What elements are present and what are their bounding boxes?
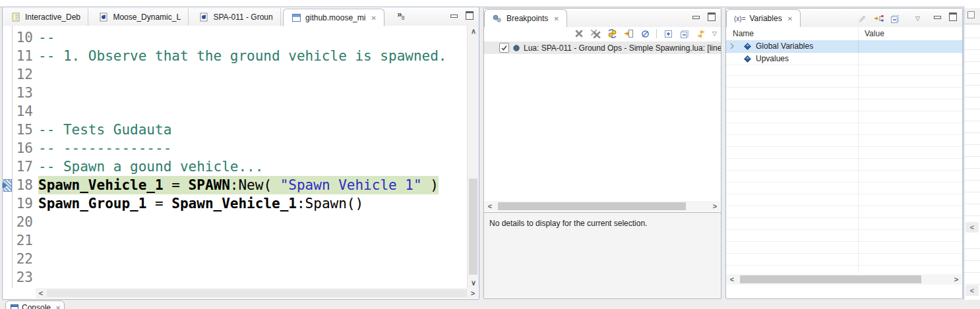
code-text: -- Spawn a gound vehicle... (38, 157, 263, 176)
minimize-icon[interactable] (934, 16, 941, 19)
variables-tabbar: (x)= Variables ✕ ▽ (726, 9, 962, 27)
eclipse-workbench: Interactive_Deb Moose_Dynamic_L SPA-011 … (0, 0, 980, 309)
maximize-icon[interactable] (949, 13, 957, 21)
code-text: -- ------------- (38, 139, 171, 157)
variable-diamond-icon (744, 43, 751, 50)
tab-interactive-deb[interactable]: Interactive_Deb (3, 8, 88, 26)
close-icon[interactable]: ✕ (55, 304, 61, 309)
minimize-icon[interactable] (450, 14, 458, 18)
tab-spa-011[interactable]: SPA-011 - Groun (191, 8, 280, 26)
scroll-left-icon[interactable]: < (485, 201, 495, 211)
maximize-icon[interactable] (466, 11, 474, 20)
column-divider[interactable] (858, 27, 859, 273)
variable-diamond-icon (744, 55, 751, 63)
scrollbar-thumb[interactable] (740, 275, 921, 283)
view-menu-icon[interactable]: ▽ (712, 30, 717, 37)
variables-rows: Global VariablesUpvalues (726, 40, 962, 65)
clipped-grid-rows (964, 237, 980, 285)
breakpoints-list[interactable]: Lua: SPA-011 - Ground Ops - Simple Spawn… (484, 42, 721, 201)
minimize-icon[interactable] (692, 16, 700, 19)
scroll-up-icon[interactable]: ∧ (468, 26, 479, 36)
scroll-down-icon[interactable]: ∨ (468, 277, 479, 288)
tab-label: Variables (750, 14, 782, 23)
goto-file-for-breakpoint-icon[interactable] (623, 28, 634, 39)
expander-chevron-icon[interactable] (729, 42, 735, 50)
toolbar-separator (656, 29, 657, 38)
tab-github-moose[interactable]: github.moose_mi ✕ (283, 9, 384, 26)
tab-console[interactable]: Console ✕ (5, 300, 65, 309)
scrollbar-thumb[interactable] (47, 289, 467, 297)
show-supported-breakpoints-icon[interactable] (607, 28, 617, 39)
clipped-grid-rows (964, 26, 980, 222)
variables-horizontal-scrollbar[interactable]: < > (727, 274, 962, 285)
line-number: 20 (13, 213, 33, 231)
code-text: -- (38, 28, 55, 47)
line-number: 14 (13, 102, 33, 121)
scroll-left-icon[interactable]: < (36, 288, 46, 298)
maximize-icon[interactable] (708, 13, 716, 21)
breakpoints-horizontal-scrollbar[interactable]: < > (485, 201, 720, 211)
line-number: 16 (13, 139, 33, 157)
code-line[interactable]: 10-- (3, 28, 467, 47)
scroll-left-icon[interactable]: < (965, 285, 979, 296)
tab-label: Moose_Dynamic_L (113, 13, 181, 22)
code-line[interactable]: 11-- 1. Observe that the ground vehicle … (3, 47, 467, 65)
show-type-names-icon[interactable] (873, 13, 884, 24)
scrollbar-thumb[interactable] (498, 202, 686, 210)
breakpoint-checkbox[interactable] (499, 43, 509, 53)
code-line[interactable]: 14 (3, 102, 467, 121)
console-list-icon (11, 12, 21, 22)
scroll-right-icon[interactable]: > (468, 288, 478, 298)
close-icon[interactable]: ✕ (371, 14, 376, 22)
close-icon[interactable]: ✕ (553, 15, 559, 22)
variables-column-headers: Name Value (726, 27, 962, 41)
tab-overflow-chevron[interactable]: »8 (397, 9, 405, 19)
code-line[interactable]: 21 (3, 231, 467, 250)
tab-variables[interactable]: (x)= Variables ✕ (726, 9, 801, 27)
code-line[interactable]: 18Spawn_Vehicle_1 = SPAWN:New( "Spawn Ve… (3, 176, 467, 194)
line-number: 15 (13, 121, 33, 139)
code-editor[interactable]: 10--11-- 1. Observe that the ground vehi… (3, 26, 479, 288)
link-with-debug-view-icon[interactable] (696, 28, 706, 39)
variable-row[interactable]: Global Variables (726, 40, 962, 53)
collapse-all-icon[interactable] (890, 13, 900, 24)
line-number: 13 (13, 84, 33, 102)
code-line[interactable]: 22 (3, 250, 467, 268)
code-line[interactable]: 19Spawn_Group_1 = Spawn_Vehicle_1:Spawn(… (3, 194, 467, 213)
variables-window-buttons (934, 13, 957, 21)
line-number: 23 (13, 268, 33, 287)
editor-vertical-scrollbar[interactable]: ∧ ∨ (467, 26, 479, 288)
collapse-all-icon[interactable] (679, 28, 690, 39)
tab-label: Breakpoints (506, 14, 548, 23)
scroll-right-icon[interactable]: > (710, 201, 720, 211)
tab-breakpoints[interactable]: Breakpoints ✕ (484, 9, 567, 27)
expand-all-icon[interactable] (663, 28, 673, 39)
code-line[interactable]: 13 (3, 84, 467, 102)
tab-label: Console (22, 303, 51, 309)
remove-all-breakpoints-icon[interactable] (590, 28, 601, 39)
breakpoints-toolbar: ▽ (574, 28, 717, 39)
scroll-left-icon[interactable]: < (727, 274, 737, 285)
tab-moose-dynamic[interactable]: Moose_Dynamic_L (90, 8, 189, 26)
close-icon[interactable]: ✕ (787, 15, 793, 22)
scrollbar-thumb[interactable] (469, 179, 477, 275)
breakpoints-view-icon (492, 13, 503, 24)
remove-breakpoint-icon[interactable] (574, 28, 584, 39)
code-line[interactable]: 20 (3, 213, 467, 231)
scroll-left-icon[interactable]: < (965, 222, 979, 233)
breakpoint-row[interactable]: Lua: SPA-011 - Ground Ops - Simple Spawn… (484, 42, 721, 54)
code-line[interactable]: 15-- Tests Gudauta (3, 121, 467, 139)
scroll-right-icon[interactable]: > (951, 274, 962, 285)
code-line[interactable]: 12 (3, 65, 467, 84)
breakpoints-window-buttons (692, 13, 716, 21)
view-menu-icon[interactable]: ▽ (915, 15, 920, 22)
code-line[interactable]: 17-- Spawn a gound vehicle... (3, 157, 467, 176)
code-line[interactable]: 16-- ------------- (3, 139, 467, 157)
code-line[interactable]: 23 (3, 268, 467, 287)
editor-horizontal-scrollbar[interactable]: < > (36, 288, 478, 298)
column-header-name[interactable]: Name (733, 29, 754, 38)
show-logical-structure-icon-disabled[interactable] (857, 13, 867, 24)
skip-all-breakpoints-icon[interactable] (640, 28, 650, 39)
column-header-value[interactable]: Value (865, 29, 884, 38)
line-number: 10 (13, 28, 33, 47)
